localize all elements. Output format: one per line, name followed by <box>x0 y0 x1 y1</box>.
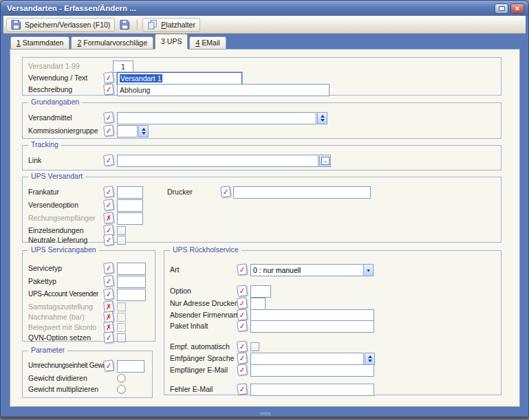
platzhalter-label: Platzhalter <box>161 21 195 29</box>
umrechnungseinheit-label: Umrechnungseinheit Gewicht <box>28 362 113 369</box>
tab-page-ups: Versandart 1-99 Verwendung / Text ✓ Vers… <box>10 49 520 407</box>
belegwert-checkbox[interactable] <box>117 323 126 332</box>
drucker-input[interactable] <box>233 186 371 199</box>
nachnahme-label: Nachnahme (bar) <box>28 313 85 321</box>
red-check-icon[interactable]: ✓ <box>237 340 248 353</box>
red-check-icon[interactable]: ✓ <box>103 288 114 300</box>
kommissioniergruppe-combo[interactable] <box>117 125 149 137</box>
ups-account-input[interactable] <box>117 289 146 301</box>
dialog-window: Versandarten - Erfassen/Ändern ... × Spe… <box>0 0 529 417</box>
verwendung-label: Verwendung / Text <box>28 74 87 82</box>
versendeoption-input[interactable] <box>117 199 143 212</box>
titlebar[interactable]: Versandarten - Erfassen/Ändern ... × <box>1 1 528 16</box>
paket-inhalt-label: Paket Inhalt <box>170 322 208 330</box>
up-down-spinner-icon[interactable] <box>365 353 375 365</box>
empf-automatisch-checkbox[interactable] <box>250 342 259 351</box>
red-check-icon[interactable]: ✓ <box>103 331 114 344</box>
red-check-icon[interactable]: ✓ <box>237 320 248 332</box>
gewicht-multiplizieren-radio[interactable] <box>117 385 126 394</box>
row-servicetyp: Servicetyp ✓ <box>23 263 155 275</box>
red-check-icon[interactable]: ✓ <box>103 234 114 246</box>
row-versendeoption: Versendeoption ✓ <box>23 199 501 212</box>
option-label: Option <box>170 287 191 295</box>
nachnahme-checkbox[interactable] <box>117 313 126 322</box>
frankatur-input[interactable] <box>117 186 143 199</box>
tab-email[interactable]: 4EMail <box>189 36 226 49</box>
nur-adresse-input[interactable] <box>250 298 266 310</box>
rechnungsempfaenger-input[interactable] <box>117 212 143 225</box>
window-controls: × <box>495 3 524 14</box>
ups-account-label: UPS-Account Versender <box>28 290 98 298</box>
verwendung-input[interactable]: Versandart 1 <box>117 72 242 85</box>
floppy-save-icon <box>120 19 130 30</box>
versandart-nr-input[interactable] <box>113 60 133 73</box>
red-check-icon[interactable]: ✓ <box>103 275 114 287</box>
red-check-icon[interactable]: ✓ <box>103 71 114 84</box>
empfaenger-sprache-combo[interactable] <box>250 353 375 365</box>
drucker-label: Drucker <box>167 188 193 196</box>
red-check-icon[interactable]: ✓ <box>103 154 114 166</box>
pakettyp-input[interactable] <box>117 276 146 288</box>
gewicht-dividieren-label: Gewicht dividieren <box>28 374 87 382</box>
art-select[interactable]: 0 : nur manuell ▼ <box>250 264 374 276</box>
maximize-button[interactable] <box>495 3 508 14</box>
platzhalter-button[interactable]: Platzhalter <box>142 18 200 32</box>
versandmittel-combo[interactable] <box>117 112 327 124</box>
row-fehler-email: Fehler E-Mail ✓ <box>164 384 501 396</box>
beschreibung-label: Beschreibung <box>28 85 72 93</box>
close-x-icon: × <box>515 4 519 12</box>
red-check-icon[interactable]: ✓ <box>237 263 248 276</box>
tab-stammdaten[interactable]: 1Stammdaten <box>10 36 69 49</box>
group-legend: Tracking <box>28 140 61 148</box>
red-check-icon[interactable]: ✓ <box>103 124 114 137</box>
save-button[interactable] <box>118 18 132 32</box>
tab-formularvorschlaege[interactable]: 2Formularvorschläge <box>71 36 153 49</box>
beschreibung-input[interactable] <box>117 84 330 96</box>
samstagszustellung-checkbox[interactable] <box>117 302 126 311</box>
empfaenger-email-input[interactable] <box>250 364 374 377</box>
paket-inhalt-input[interactable] <box>250 320 374 333</box>
open-link-button[interactable]: → <box>319 155 331 167</box>
red-check-icon[interactable]: ✓ <box>237 352 248 364</box>
red-check-icon[interactable]: ✓ <box>103 262 114 274</box>
versandmittel-value[interactable] <box>117 112 316 124</box>
red-check-icon[interactable]: ✓ <box>103 111 114 124</box>
row-ups-account: UPS-Account Versender ✓ <box>23 289 155 301</box>
row-empfaenger-sprache: Emfpänger Sprache ✓ <box>164 353 501 365</box>
red-cross-icon[interactable]: ✗ <box>103 212 114 224</box>
neutrale-lieferung-checkbox[interactable] <box>117 236 126 245</box>
art-selected-value: 0 : nur manuell <box>250 264 364 276</box>
rechnungsempfaenger-label: Rechungsempfänger <box>28 214 95 222</box>
red-check-icon[interactable]: ✓ <box>220 186 231 198</box>
chevron-down-icon[interactable]: ▼ <box>363 264 374 276</box>
tab-ups[interactable]: 3UPS <box>155 34 188 49</box>
servicetyp-input[interactable] <box>117 263 146 275</box>
option-input[interactable] <box>250 285 271 298</box>
link-input[interactable] <box>117 155 319 167</box>
save-exit-button[interactable]: Speichern/Verlassen (F10) <box>6 18 115 32</box>
umrechnungseinheit-input[interactable] <box>117 360 144 373</box>
resize-grip[interactable] <box>260 412 271 416</box>
fehler-email-label: Fehler E-Mail <box>170 385 213 393</box>
red-check-icon[interactable]: ✓ <box>237 297 248 309</box>
maximize-window-icon <box>499 6 505 11</box>
kommissioniergruppe-value[interactable] <box>117 125 138 137</box>
red-check-icon[interactable]: ✓ <box>103 360 114 372</box>
row-paket-inhalt: Paket Inhalt ✓ <box>164 320 501 333</box>
red-check-icon[interactable]: ✓ <box>237 383 248 395</box>
close-button[interactable]: × <box>510 3 524 14</box>
red-check-icon[interactable]: ✓ <box>103 83 114 96</box>
gewicht-dividieren-radio[interactable] <box>117 374 126 383</box>
red-check-icon[interactable]: ✓ <box>237 285 248 297</box>
group-ups-versandart: UPS Versandart Frankatur ✓ Drucker ✓ Ver… <box>22 177 501 243</box>
fehler-email-input[interactable] <box>250 384 374 396</box>
red-check-icon[interactable]: ✓ <box>103 199 114 211</box>
red-check-icon[interactable]: ✓ <box>237 364 248 376</box>
red-check-icon[interactable]: ✓ <box>237 309 248 321</box>
qvn-option-checkbox[interactable] <box>117 333 126 342</box>
qvn-option-label: QVN-Option setzen <box>28 333 91 342</box>
red-check-icon[interactable]: ✓ <box>103 186 114 198</box>
up-down-spinner-icon[interactable] <box>138 125 149 137</box>
versandmittel-label: Versandmittel <box>28 113 72 122</box>
up-down-spinner-icon[interactable] <box>317 112 327 124</box>
